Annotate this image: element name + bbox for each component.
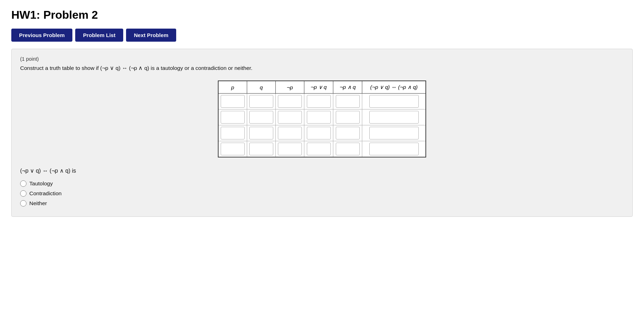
table-cell [333, 94, 362, 109]
radio-contradiction-input[interactable] [20, 190, 26, 197]
radio-neither-label: Neither [29, 200, 47, 207]
cell-input[interactable] [249, 143, 273, 155]
table-cell-wide [362, 94, 426, 109]
col-header-p: p [218, 81, 247, 94]
cell-input[interactable] [307, 111, 331, 124]
col-header-full-formula: (¬p ∨ q) ↔ (¬p ∧ q) [362, 81, 426, 94]
table-cell-wide [362, 109, 426, 125]
cell-input[interactable] [278, 111, 302, 124]
table-cell [276, 141, 304, 157]
table-cell [247, 141, 276, 157]
cell-input-wide[interactable] [369, 111, 419, 124]
next-problem-button[interactable]: Next Problem [126, 29, 176, 42]
cell-input-wide[interactable] [369, 127, 419, 139]
table-row [218, 125, 426, 141]
table-cell [276, 94, 304, 109]
table-cell [333, 141, 362, 157]
radio-tautology-label: Tautology [29, 180, 53, 187]
cell-input[interactable] [307, 143, 331, 155]
table-cell [333, 125, 362, 141]
table-cell-wide [362, 141, 426, 157]
cell-input[interactable] [307, 95, 331, 108]
cell-input[interactable] [221, 95, 245, 108]
cell-input[interactable] [336, 111, 360, 124]
table-cell [247, 125, 276, 141]
radio-tautology-input[interactable] [20, 180, 26, 187]
problem-points: (1 point) [20, 56, 624, 62]
table-cell [218, 109, 247, 125]
table-cell [276, 109, 304, 125]
cell-input[interactable] [307, 127, 331, 139]
table-cell [304, 94, 333, 109]
truth-table-section: p q ¬p ¬p ∨ q ¬p ∧ q (¬p ∨ q) ↔ (¬p ∧ q) [20, 80, 624, 157]
cell-input[interactable] [278, 95, 302, 108]
table-cell [218, 94, 247, 109]
cell-input[interactable] [249, 111, 273, 124]
cell-input-wide[interactable] [369, 95, 419, 108]
radio-neither-input[interactable] [20, 200, 26, 207]
cell-input[interactable] [249, 95, 273, 108]
table-cell [304, 141, 333, 157]
table-cell [304, 125, 333, 141]
table-cell [247, 94, 276, 109]
cell-input[interactable] [221, 127, 245, 139]
cell-input[interactable] [221, 111, 245, 124]
cell-input[interactable] [336, 143, 360, 155]
cell-input[interactable] [221, 143, 245, 155]
col-header-neg-p: ¬p [276, 81, 304, 94]
col-header-neg-p-and-q: ¬p ∧ q [333, 81, 362, 94]
problem-description: Construct a truth table to show if (¬p ∨… [20, 64, 624, 72]
radio-group: Tautology Contradiction Neither [20, 180, 624, 207]
table-cell [218, 141, 247, 157]
cell-input-wide[interactable] [369, 143, 419, 155]
cell-input[interactable] [278, 127, 302, 139]
table-row [218, 94, 426, 109]
problem-list-button[interactable]: Problem List [75, 29, 123, 42]
table-cell [276, 125, 304, 141]
radio-contradiction[interactable]: Contradiction [20, 190, 624, 197]
table-cell [247, 109, 276, 125]
prev-problem-button[interactable]: Previous Problem [11, 29, 72, 42]
table-row [218, 109, 426, 125]
table-cell [304, 109, 333, 125]
page-title: HW1: Problem 2 [11, 8, 633, 22]
cell-input[interactable] [249, 127, 273, 139]
radio-contradiction-label: Contradiction [29, 190, 61, 197]
radio-neither[interactable]: Neither [20, 200, 624, 207]
problem-container: (1 point) Construct a truth table to sho… [11, 49, 633, 217]
table-cell-wide [362, 125, 426, 141]
cell-input[interactable] [336, 127, 360, 139]
table-cell [333, 109, 362, 125]
radio-tautology[interactable]: Tautology [20, 180, 624, 187]
cell-input[interactable] [336, 95, 360, 108]
col-header-neg-p-or-q: ¬p ∨ q [304, 81, 333, 94]
table-cell [218, 125, 247, 141]
col-header-q: q [247, 81, 276, 94]
cell-input[interactable] [278, 143, 302, 155]
truth-table: p q ¬p ¬p ∨ q ¬p ∧ q (¬p ∨ q) ↔ (¬p ∧ q) [218, 80, 426, 157]
formula-label: (¬p ∨ q) ↔ (¬p ∧ q) is [20, 167, 624, 174]
nav-buttons: Previous Problem Problem List Next Probl… [11, 29, 633, 42]
table-row [218, 141, 426, 157]
